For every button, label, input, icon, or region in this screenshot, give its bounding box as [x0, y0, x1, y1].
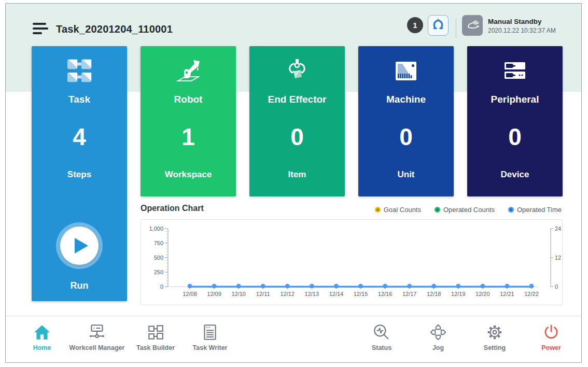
card-count: 0 [249, 123, 345, 151]
nav-task-writer[interactable]: Task Writer [171, 320, 249, 351]
play-icon [75, 238, 88, 253]
task-title: Task_20201204_110001 [56, 23, 173, 35]
card-title: Robot [141, 94, 236, 105]
svg-text:250: 250 [154, 269, 163, 275]
robot-arm-icon [141, 55, 236, 87]
status-timestamp: 2020.12.22 10:32:37 AM [488, 27, 556, 34]
svg-text:12/12: 12/12 [281, 291, 295, 297]
svg-text:1,000: 1,000 [149, 225, 163, 232]
svg-text:12/22: 12/22 [524, 291, 539, 297]
svg-text:12/10: 12/10 [231, 291, 246, 297]
home-icon [33, 320, 51, 342]
machine-card[interactable]: Machine 0 Unit [358, 46, 454, 196]
svg-text:12: 12 [555, 255, 561, 261]
svg-text:12/16: 12/16 [378, 291, 393, 297]
svg-text:12/20: 12/20 [475, 291, 490, 297]
manual-mode-button[interactable] [462, 15, 483, 36]
status-text: Manual Standby [488, 18, 556, 25]
card-title: Task [32, 94, 127, 105]
svg-text:500: 500 [154, 255, 163, 261]
end-effector-card[interactable]: End Effector 0 Item [249, 46, 345, 196]
operation-chart[interactable]: 02505007501,0000122412/0812/0912/1012/11… [141, 219, 563, 305]
card-count: 0 [358, 123, 454, 151]
peripheral-icon [467, 55, 563, 87]
peripheral-card[interactable]: Peripheral 0 Device [467, 46, 563, 196]
svg-text:12/17: 12/17 [402, 291, 417, 297]
task-steps-icon [32, 55, 127, 87]
manual-hand-icon [465, 17, 480, 34]
menu-hamburger-icon[interactable] [33, 23, 49, 36]
card-unit: Steps [32, 170, 127, 180]
svg-text:0: 0 [555, 284, 558, 290]
header-divider [456, 18, 456, 38]
svg-text:0: 0 [160, 284, 163, 290]
notification-badge: 1 [407, 17, 423, 33]
card-title: Machine [358, 94, 454, 105]
task-writer-icon [201, 320, 219, 342]
end-effector-icon [249, 55, 345, 87]
robot-card[interactable]: Robot 1 Workspace [141, 46, 236, 196]
goal-counts-dot-icon [375, 207, 381, 213]
svg-text:12/19: 12/19 [451, 291, 466, 297]
legend-operated-time: Operated Time [508, 206, 562, 214]
card-count: 1 [141, 123, 236, 151]
svg-text:24: 24 [555, 225, 561, 232]
card-count: 0 [467, 123, 563, 151]
svg-text:12/21: 12/21 [500, 291, 514, 297]
svg-text:750: 750 [154, 240, 163, 246]
main-window: Task_20201204_110001 1 Manual Standb [5, 3, 582, 363]
operated-time-dot-icon [508, 207, 514, 213]
run-button[interactable] [60, 227, 99, 265]
svg-text:12/11: 12/11 [256, 291, 270, 297]
power-icon [542, 320, 561, 342]
svg-text:12/13: 12/13 [305, 291, 319, 297]
operated-counts-dot-icon [435, 207, 440, 213]
nav-divider [6, 316, 581, 316]
setting-gear-icon [485, 320, 504, 342]
card-unit: Item [249, 170, 345, 180]
legend-goal-counts: Goal Counts [375, 206, 421, 214]
chart-legend: Goal Counts Operated Counts Operated Tim… [375, 206, 562, 214]
svg-text:12/18: 12/18 [427, 291, 441, 297]
robot-status: Manual Standby 2020.12.22 10:32:37 AM [488, 18, 556, 34]
task-builder-icon [146, 320, 165, 342]
gripper-icon [431, 17, 445, 34]
svg-text:12/09: 12/09 [207, 291, 221, 297]
jog-dpad-icon [429, 320, 447, 342]
card-count: 4 [32, 123, 127, 151]
status-icon [372, 320, 391, 342]
card-title: Peripheral [467, 94, 563, 105]
svg-text:12/14: 12/14 [329, 291, 344, 297]
gripper-tool-button[interactable] [428, 15, 449, 36]
machine-icon [358, 55, 454, 87]
run-label: Run [32, 280, 127, 291]
workcell-manager-icon [88, 320, 106, 342]
nav-power[interactable]: Power [512, 320, 582, 351]
svg-text:12/15: 12/15 [354, 291, 368, 297]
task-card[interactable]: Task 4 Steps Run [32, 46, 127, 301]
card-unit: Workspace [141, 170, 236, 180]
operation-chart-plot: 02505007501,0000122412/0812/0912/1012/11… [141, 220, 562, 305]
card-title: End Effector [249, 94, 345, 105]
card-unit: Unit [358, 170, 454, 180]
legend-operated-counts: Operated Counts [435, 206, 495, 214]
svg-text:12/08: 12/08 [183, 291, 197, 297]
operation-chart-title: Operation Chart [141, 204, 204, 213]
card-unit: Device [467, 170, 563, 180]
